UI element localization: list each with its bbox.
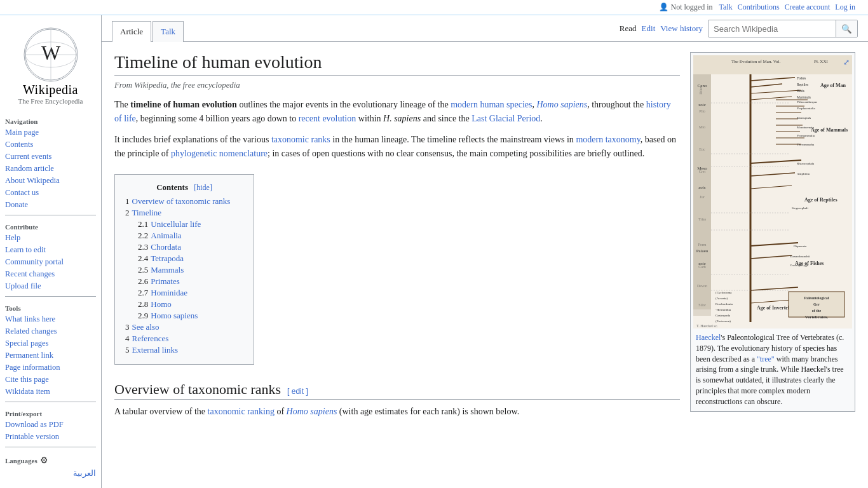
toc-link[interactable]: Timeline (132, 208, 161, 217)
search-input[interactable] (709, 24, 836, 34)
sidebar-item-printable[interactable]: Printable version (0, 431, 101, 443)
svg-rect-6 (693, 55, 852, 74)
toc-link[interactable]: Homo sapiens (151, 311, 198, 320)
caption-tree-link[interactable]: "tree" (757, 355, 775, 363)
tab-read[interactable]: Read (620, 24, 637, 34)
toc-link[interactable]: See also (132, 322, 159, 332)
toc-hide-link[interactable]: [hide] (194, 183, 212, 192)
link-taxonomic-ranks[interactable]: taxonomic ranks (271, 135, 330, 144)
sidebar-item-contact[interactable]: Contact us (0, 187, 101, 199)
sidebar-item-arabic[interactable]: العربية (0, 467, 101, 480)
navigation-section: Navigation Main page Contents Current ev… (0, 115, 101, 211)
toc-item: 2.4Tetrapoda (138, 254, 243, 264)
sidebar-item-permanent-link[interactable]: Permanent link (0, 349, 101, 362)
link-homo-sapiens-2[interactable]: Homo sapiens (287, 407, 337, 416)
toc-link[interactable]: Animalia (151, 231, 181, 240)
search-button[interactable]: 🔍 (836, 20, 857, 37)
sidebar-item-special-pages[interactable]: Special pages (0, 337, 101, 349)
sidebar-item-random[interactable]: Random article (0, 163, 101, 175)
create-account-link[interactable]: Create account (785, 3, 831, 12)
toc-link[interactable]: Primates (151, 276, 180, 286)
sidebar-item-learn-edit[interactable]: Learn to edit (0, 244, 101, 256)
sidebar-item-download-pdf[interactable]: Download as PDF (0, 419, 101, 431)
svg-text:Dipneusta: Dipneusta (794, 245, 807, 248)
sidebar-item-what-links[interactable]: What links here (0, 313, 101, 325)
svg-text:-Helminthia: -Helminthia (715, 308, 731, 311)
link-last-glacial[interactable]: Last Glacial Period (471, 114, 540, 123)
sidebar-item-upload[interactable]: Upload file (0, 280, 101, 292)
article-body: Timeline of human evolution From Wikiped… (114, 52, 680, 488)
svg-line-28 (750, 84, 782, 87)
sidebar-item-wikidata[interactable]: Wikidata item (0, 386, 101, 398)
toc-item: 5External links (125, 345, 243, 355)
image-placeholder: The Evolution of Man. Vol. Pl. XXI Diluv… (693, 55, 852, 329)
toc-link[interactable]: Chordata (151, 242, 181, 252)
search-box: 🔍 (708, 20, 858, 37)
link-phylogenetic[interactable]: phylogenetic nomenclature (171, 149, 268, 158)
toc-link[interactable]: Mammals (151, 265, 184, 274)
svg-line-33 (750, 186, 792, 189)
svg-text:Age of Reptiles: Age of Reptiles (804, 197, 837, 203)
svg-line-32 (750, 173, 795, 176)
tab-bar: Article Talk Read Edit View history 🔍 (102, 15, 868, 42)
svg-line-27 (750, 78, 795, 81)
svg-text:(Acrania): (Acrania) (715, 297, 728, 300)
toc-link[interactable]: Overview of taxonomic ranks (132, 196, 231, 206)
svg-text:zoic: zoic (698, 261, 706, 266)
gear-icon[interactable]: ⚙ (40, 455, 48, 466)
sidebar-item-cite[interactable]: Cite this page (0, 374, 101, 386)
sidebar-item-about[interactable]: About Wikipedia (0, 175, 101, 187)
sidebar-item-main-page[interactable]: Main page (0, 126, 101, 139)
section-edit-link[interactable]: [ edit ] (287, 387, 308, 396)
sidebar-divider-4 (5, 447, 96, 447)
svg-text:Vertebrates.: Vertebrates. (805, 315, 829, 320)
svg-text:Marsupials: Marsupials (797, 116, 811, 119)
toc-link[interactable]: External links (132, 345, 179, 355)
svg-text:Crossopterygii: Crossopterygii (790, 264, 809, 267)
toc-link[interactable]: Unicellular life (151, 219, 201, 229)
sidebar-item-page-info[interactable]: Page information (0, 362, 101, 374)
sidebar-item-donate[interactable]: Donate (0, 199, 101, 211)
toc-link[interactable]: References (132, 334, 169, 343)
table-of-contents: Contents [hide] 1Overview of taxonomic r… (114, 174, 254, 365)
svg-text:Monotremata: Monotremata (797, 126, 815, 129)
link-taxonomic-ranking[interactable]: taxonomic ranking (208, 407, 275, 416)
link-homo-sapiens[interactable]: Homo sapiens (536, 100, 587, 109)
page-content: Timeline of human evolution From Wikiped… (102, 42, 868, 488)
user-icon: 👤 (659, 3, 668, 12)
tab-talk[interactable]: Talk (153, 21, 184, 42)
talk-link[interactable]: Talk (719, 3, 733, 12)
svg-text:Grr: Grr (813, 302, 820, 306)
link-recent-evolution[interactable]: recent evolution (299, 114, 356, 123)
sidebar-item-current-events[interactable]: Current events (0, 151, 101, 163)
sidebar: W Wikipedia The Free Encyclopedia Naviga… (0, 15, 102, 488)
toc-items: 1Overview of taxonomic ranks2Timeline2.1… (125, 196, 243, 355)
sidebar-divider-1 (5, 215, 96, 215)
svg-text:Age of Man: Age of Man (820, 83, 846, 88)
sidebar-item-community[interactable]: Community portal (0, 256, 101, 268)
tab-edit[interactable]: Edit (642, 24, 656, 34)
svg-text:Meso: Meso (697, 166, 707, 171)
svg-text:Mammals: Mammals (797, 95, 811, 99)
link-modern-taxonomy[interactable]: modern taxonomy (576, 135, 640, 144)
link-modern-human[interactable]: modern human species (451, 100, 532, 109)
contributions-link[interactable]: Contributions (738, 3, 780, 12)
sidebar-divider-2 (5, 296, 96, 297)
log-in-link[interactable]: Log in (835, 3, 855, 12)
svg-text:Ceno: Ceno (698, 83, 707, 88)
logo-link[interactable]: W Wikipedia The Free Encyclopedia (0, 20, 101, 110)
sidebar-item-help[interactable]: Help (0, 232, 101, 244)
svg-line-36 (750, 287, 798, 290)
intro-text-pre: The (114, 100, 130, 109)
sidebar-item-contents[interactable]: Contents (0, 139, 101, 151)
toc-link[interactable]: Tetrapoda (151, 254, 184, 263)
tab-article[interactable]: Article (112, 21, 151, 42)
caption-haeckel-link[interactable]: Haeckel (696, 333, 721, 342)
tab-view-history[interactable]: View history (660, 24, 703, 34)
sidebar-item-recent-changes[interactable]: Recent changes (0, 268, 101, 280)
page-title: Timeline of human evolution (114, 52, 680, 76)
toc-link[interactable]: Homo (151, 299, 172, 309)
expand-icon[interactable]: ⤢ (843, 58, 850, 67)
sidebar-item-related-changes[interactable]: Related changes (0, 325, 101, 337)
toc-link[interactable]: Hominidae (151, 288, 187, 297)
